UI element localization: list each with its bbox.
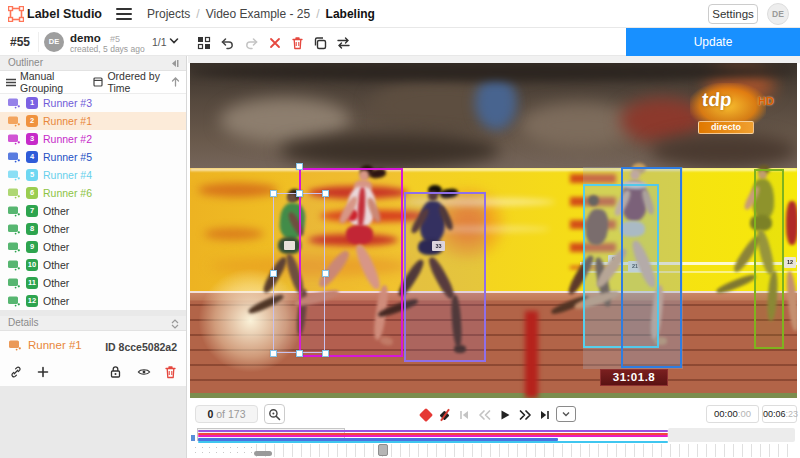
- bbox-runner-5[interactable]: [621, 167, 682, 368]
- breadcrumb[interactable]: Projects/Video Example - 25/Labeling: [147, 7, 375, 21]
- bbox-runner-3[interactable]: [404, 192, 486, 362]
- outliner-title: Outliner: [8, 57, 43, 68]
- visibility-icon[interactable]: [134, 363, 153, 381]
- next-frame-icon[interactable]: [517, 407, 533, 423]
- update-button[interactable]: Update: [626, 28, 800, 56]
- delete-region-icon[interactable]: [161, 363, 180, 381]
- selected-region-row[interactable]: Runner #1: [8, 339, 82, 351]
- playhead-handle[interactable]: [378, 444, 388, 456]
- region-icon: [7, 277, 21, 289]
- region-icon: [7, 169, 21, 181]
- sort-direction-icon[interactable]: [171, 77, 180, 87]
- resize-handle[interactable]: [270, 350, 277, 357]
- region-list: 1Runner #32Runner #13Runner #24Runner #5…: [0, 94, 186, 310]
- resize-handle[interactable]: [296, 350, 303, 357]
- skip-to-end-icon[interactable]: [537, 407, 553, 423]
- timeline-ruler[interactable]: [190, 443, 795, 458]
- grouping-selector[interactable]: Manual Grouping: [6, 70, 81, 94]
- chevron-down-icon[interactable]: [169, 37, 179, 45]
- details-body: Runner #1 ID 8cce5082a2: [0, 331, 186, 386]
- region-item-other-11[interactable]: 11Other: [0, 274, 186, 292]
- breadcrumb-item[interactable]: Labeling: [326, 7, 375, 21]
- keyframe-toggle-icon[interactable]: [418, 407, 434, 423]
- ruler-scroll-handle[interactable]: [254, 451, 272, 456]
- collapse-panel-left-icon[interactable]: [170, 59, 179, 68]
- keyframe-interpolation-delete-icon[interactable]: [437, 407, 453, 423]
- reject-x-icon[interactable]: [266, 34, 283, 51]
- region-index-badge: 10: [26, 259, 38, 271]
- details-panel: Details Runner #1 ID 8cce5082a2: [0, 316, 186, 386]
- region-label: Other: [43, 223, 69, 235]
- region-item-runner-2-3[interactable]: 3Runner #2: [0, 130, 186, 148]
- region-item-runner-1-2[interactable]: 2Runner #1: [0, 112, 186, 130]
- rotate-handle[interactable]: [296, 163, 303, 170]
- grid-view-icon[interactable]: [195, 34, 212, 51]
- redo-icon[interactable]: [243, 34, 260, 51]
- selected-region-label: Runner #1: [28, 339, 82, 351]
- region-label: Other: [43, 205, 69, 217]
- region-item-other-8[interactable]: 8Other: [0, 220, 186, 238]
- link-icon[interactable]: [6, 363, 25, 381]
- duplicate-icon[interactable]: [311, 34, 328, 51]
- region-item-other-7[interactable]: 7Other: [0, 202, 186, 220]
- user-avatar[interactable]: DE: [767, 3, 789, 25]
- skip-to-start-icon[interactable]: [456, 407, 472, 423]
- annotator-avatar[interactable]: DE: [44, 32, 64, 52]
- video-canvas[interactable]: 33 9 21: [190, 63, 797, 398]
- region-item-runner-5-4[interactable]: 4Runner #5: [0, 148, 186, 166]
- breadcrumb-item[interactable]: Projects: [147, 7, 190, 21]
- details-header: Details: [0, 316, 186, 331]
- grouping-label: Manual Grouping: [20, 70, 81, 94]
- transfer-arrows-icon[interactable]: [335, 34, 352, 51]
- region-icon: [7, 241, 21, 253]
- region-index-badge: 2: [26, 115, 38, 127]
- bbox-runner-1-selected[interactable]: [273, 193, 325, 353]
- menu-icon[interactable]: [116, 8, 132, 20]
- lock-icon[interactable]: [106, 363, 125, 381]
- app-name: Label Studio: [27, 7, 102, 21]
- region-label: Runner #4: [43, 169, 92, 181]
- region-item-other-12[interactable]: 12Other: [0, 292, 186, 310]
- video-controls: 0 of 173 00:00:00 00:06:23: [188, 403, 800, 427]
- region-item-runner-6-6[interactable]: 6Runner #6: [0, 184, 186, 202]
- region-icon: [7, 187, 21, 199]
- resize-handle[interactable]: [322, 350, 329, 357]
- region-item-other-9[interactable]: 9Other: [0, 238, 186, 256]
- timeline-track[interactable]: [190, 428, 795, 442]
- bbox-runner-6[interactable]: [754, 169, 784, 349]
- outliner-toolbar: Manual Grouping Ordered by Time: [0, 71, 186, 94]
- time-duration-frames: :23: [786, 409, 799, 419]
- region-label: Runner #1: [43, 115, 92, 127]
- ordering-label: Ordered by Time: [107, 70, 167, 94]
- region-index-badge: 7: [26, 205, 38, 217]
- top-header: Label Studio Projects/Video Example - 25…: [0, 0, 800, 28]
- resize-handle[interactable]: [322, 270, 329, 277]
- undo-icon[interactable]: [219, 34, 236, 51]
- resize-handle[interactable]: [322, 190, 329, 197]
- breadcrumb-item[interactable]: Video Example - 25: [206, 7, 311, 21]
- previous-frame-icon[interactable]: [476, 407, 492, 423]
- add-icon[interactable]: [33, 363, 52, 381]
- resize-handle[interactable]: [296, 190, 303, 197]
- region-item-other-10[interactable]: 10Other: [0, 256, 186, 274]
- ruler-overview-dots: [192, 445, 254, 456]
- region-item-runner-4-5[interactable]: 5Runner #4: [0, 166, 186, 184]
- zoom-tool-button[interactable]: [264, 404, 285, 424]
- ruler-ticks: [256, 444, 795, 457]
- outliner-header: Outliner: [0, 56, 186, 71]
- region-label: Runner #5: [43, 151, 92, 163]
- region-item-runner-3-1[interactable]: 1Runner #3: [0, 94, 186, 112]
- collapse-controls-button[interactable]: [556, 406, 576, 422]
- resize-handle[interactable]: [270, 270, 277, 277]
- settings-button[interactable]: Settings: [708, 4, 758, 24]
- collapse-details-icon[interactable]: [171, 319, 179, 329]
- region-index-badge: 11: [26, 277, 38, 289]
- annotation-pager: 1/1: [152, 36, 167, 48]
- timeline-overflow-area: [668, 428, 795, 442]
- region-icon: [7, 259, 21, 271]
- ordering-selector[interactable]: Ordered by Time: [93, 70, 167, 94]
- play-icon[interactable]: [497, 407, 513, 423]
- delete-trash-icon[interactable]: [289, 34, 306, 51]
- frame-counter[interactable]: 0 of 173: [195, 405, 258, 423]
- resize-handle[interactable]: [270, 190, 277, 197]
